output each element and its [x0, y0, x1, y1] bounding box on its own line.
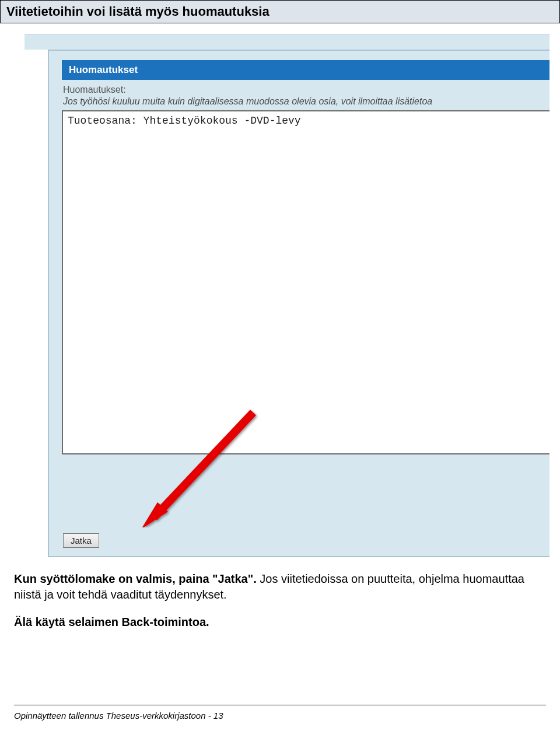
- p1-bold: Kun syöttölomake on valmis, paina "Jatka…: [14, 572, 257, 585]
- page-title: Viitetietoihin voi lisätä myös huomautuk…: [6, 4, 554, 19]
- body-text: Kun syöttölomake on valmis, paina "Jatka…: [14, 571, 554, 630]
- remarks-textarea[interactable]: Tuoteosana: Yhteistyökokous -DVD-levy: [62, 110, 550, 454]
- screenshot-region: Huomautukset Huomautukset: Jos työhösi k…: [24, 34, 550, 557]
- footer-text: Opinnäytteen tallennus Theseus-verkkokir…: [14, 711, 223, 720]
- form-bottom-bar: Jatka: [48, 527, 548, 557]
- title-box: Viitetietoihin voi lisätä myös huomautuk…: [0, 0, 560, 23]
- paragraph-1: Kun syöttölomake on valmis, paina "Jatka…: [14, 571, 554, 603]
- footer-divider: [14, 705, 546, 705]
- field-help-text: Jos työhösi kuuluu muita kuin digitaalis…: [62, 96, 550, 107]
- field-label: Huomautukset:: [62, 85, 550, 95]
- screenshot-outer-frame: [24, 34, 550, 50]
- document-page: Viitetietoihin voi lisätä myös huomautuk…: [0, 0, 560, 731]
- continue-button[interactable]: Jatka: [63, 533, 99, 548]
- paragraph-2: Älä käytä selaimen Back-toimintoa.: [14, 614, 554, 630]
- svg-marker-1: [141, 502, 168, 529]
- form-panel: Huomautukset Huomautukset: Jos työhösi k…: [48, 50, 550, 557]
- section-header-huomautukset: Huomautukset: [62, 60, 550, 80]
